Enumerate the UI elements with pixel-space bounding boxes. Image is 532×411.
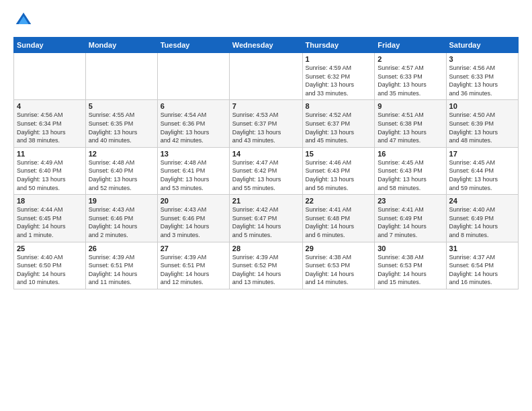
day-info: Sunrise: 4:59 AMSunset: 6:32 PMDaylight:… (306, 64, 372, 97)
day-cell: 17Sunrise: 4:45 AMSunset: 6:44 PMDayligh… (446, 147, 518, 194)
day-cell: 22Sunrise: 4:41 AMSunset: 6:48 PMDayligh… (302, 195, 375, 242)
day-cell: 18Sunrise: 4:44 AMSunset: 6:45 PMDayligh… (14, 195, 86, 242)
header (13, 10, 519, 30)
day-cell: 27Sunrise: 4:39 AMSunset: 6:51 PMDayligh… (157, 242, 229, 289)
day-info: Sunrise: 4:51 AMSunset: 6:38 PMDaylight:… (378, 111, 443, 144)
day-info: Sunrise: 4:38 AMSunset: 6:53 PMDaylight:… (378, 253, 443, 287)
day-number: 26 (89, 244, 154, 253)
day-info: Sunrise: 4:45 AMSunset: 6:44 PMDaylight:… (449, 158, 515, 192)
day-cell: 9Sunrise: 4:51 AMSunset: 6:38 PMDaylight… (375, 100, 446, 147)
day-number: 14 (232, 150, 300, 158)
day-cell: 11Sunrise: 4:49 AMSunset: 6:40 PMDayligh… (14, 147, 86, 194)
day-cell: 28Sunrise: 4:39 AMSunset: 6:52 PMDayligh… (229, 242, 302, 289)
header-day-saturday: Saturday (446, 38, 518, 53)
header-row: SundayMondayTuesdayWednesdayThursdayFrid… (14, 38, 519, 53)
day-info: Sunrise: 4:47 AMSunset: 6:42 PMDaylight:… (232, 158, 300, 192)
day-cell: 29Sunrise: 4:38 AMSunset: 6:53 PMDayligh… (302, 242, 375, 289)
logo (13, 10, 36, 30)
calendar-table: SundayMondayTuesdayWednesdayThursdayFrid… (13, 37, 519, 289)
day-info: Sunrise: 4:45 AMSunset: 6:43 PMDaylight:… (378, 158, 443, 192)
day-number: 1 (306, 55, 372, 63)
calendar-header: SundayMondayTuesdayWednesdayThursdayFrid… (14, 38, 519, 53)
day-cell: 25Sunrise: 4:40 AMSunset: 6:50 PMDayligh… (14, 242, 86, 289)
day-number: 15 (306, 150, 372, 158)
day-info: Sunrise: 4:38 AMSunset: 6:53 PMDaylight:… (306, 253, 372, 287)
day-number: 5 (89, 102, 154, 110)
day-cell: 3Sunrise: 4:56 AMSunset: 6:33 PMDaylight… (446, 53, 518, 100)
day-cell: 6Sunrise: 4:54 AMSunset: 6:36 PMDaylight… (157, 100, 229, 147)
day-number: 31 (449, 244, 515, 253)
day-info: Sunrise: 4:42 AMSunset: 6:47 PMDaylight:… (232, 205, 300, 239)
day-cell: 26Sunrise: 4:39 AMSunset: 6:51 PMDayligh… (85, 242, 157, 289)
day-cell: 14Sunrise: 4:47 AMSunset: 6:42 PMDayligh… (229, 147, 302, 194)
day-cell: 4Sunrise: 4:56 AMSunset: 6:34 PMDaylight… (14, 100, 86, 147)
day-cell: 12Sunrise: 4:48 AMSunset: 6:40 PMDayligh… (85, 147, 157, 194)
day-number: 30 (378, 244, 443, 253)
week-row-4: 18Sunrise: 4:44 AMSunset: 6:45 PMDayligh… (14, 195, 519, 242)
day-number: 16 (378, 150, 443, 158)
day-info: Sunrise: 4:48 AMSunset: 6:41 PMDaylight:… (161, 158, 226, 192)
day-number: 27 (161, 244, 226, 253)
day-info: Sunrise: 4:39 AMSunset: 6:52 PMDaylight:… (232, 253, 300, 287)
day-number: 10 (449, 102, 515, 110)
day-cell: 23Sunrise: 4:41 AMSunset: 6:49 PMDayligh… (375, 195, 446, 242)
day-info: Sunrise: 4:52 AMSunset: 6:37 PMDaylight:… (306, 111, 372, 144)
day-info: Sunrise: 4:46 AMSunset: 6:43 PMDaylight:… (306, 158, 372, 192)
logo-icon (13, 10, 34, 30)
day-info: Sunrise: 4:50 AMSunset: 6:39 PMDaylight:… (449, 111, 515, 144)
day-cell: 24Sunrise: 4:40 AMSunset: 6:49 PMDayligh… (446, 195, 518, 242)
day-number: 13 (161, 150, 226, 158)
day-number: 21 (232, 197, 300, 205)
header-day-friday: Friday (375, 38, 446, 53)
day-cell: 7Sunrise: 4:53 AMSunset: 6:37 PMDaylight… (229, 100, 302, 147)
day-info: Sunrise: 4:56 AMSunset: 6:34 PMDaylight:… (17, 111, 83, 144)
header-day-tuesday: Tuesday (157, 38, 229, 53)
day-number: 29 (306, 244, 372, 253)
day-cell (229, 53, 302, 100)
day-number: 24 (449, 197, 515, 205)
day-cell: 13Sunrise: 4:48 AMSunset: 6:41 PMDayligh… (157, 147, 229, 194)
day-cell: 8Sunrise: 4:52 AMSunset: 6:37 PMDaylight… (302, 100, 375, 147)
day-info: Sunrise: 4:55 AMSunset: 6:35 PMDaylight:… (89, 111, 154, 144)
day-info: Sunrise: 4:39 AMSunset: 6:51 PMDaylight:… (89, 253, 154, 287)
day-number: 6 (161, 102, 226, 110)
day-cell: 31Sunrise: 4:37 AMSunset: 6:54 PMDayligh… (446, 242, 518, 289)
day-info: Sunrise: 4:43 AMSunset: 6:46 PMDaylight:… (89, 205, 154, 239)
day-info: Sunrise: 4:44 AMSunset: 6:45 PMDaylight:… (17, 205, 83, 239)
day-cell (157, 53, 229, 100)
week-row-5: 25Sunrise: 4:40 AMSunset: 6:50 PMDayligh… (14, 242, 519, 289)
day-number: 19 (89, 197, 154, 205)
day-cell: 16Sunrise: 4:45 AMSunset: 6:43 PMDayligh… (375, 147, 446, 194)
day-info: Sunrise: 4:37 AMSunset: 6:54 PMDaylight:… (449, 253, 515, 287)
day-info: Sunrise: 4:40 AMSunset: 6:50 PMDaylight:… (17, 253, 83, 287)
day-info: Sunrise: 4:39 AMSunset: 6:51 PMDaylight:… (161, 253, 226, 287)
day-info: Sunrise: 4:57 AMSunset: 6:33 PMDaylight:… (378, 64, 443, 97)
day-cell: 5Sunrise: 4:55 AMSunset: 6:35 PMDaylight… (85, 100, 157, 147)
page: SundayMondayTuesdayWednesdayThursdayFrid… (0, 0, 532, 411)
day-info: Sunrise: 4:49 AMSunset: 6:40 PMDaylight:… (17, 158, 83, 192)
day-number: 7 (232, 102, 300, 110)
day-number: 9 (378, 102, 443, 110)
day-number: 28 (232, 244, 300, 253)
day-cell (85, 53, 157, 100)
week-row-2: 4Sunrise: 4:56 AMSunset: 6:34 PMDaylight… (14, 100, 519, 147)
day-cell: 2Sunrise: 4:57 AMSunset: 6:33 PMDaylight… (375, 53, 446, 100)
calendar-body: 1Sunrise: 4:59 AMSunset: 6:32 PMDaylight… (14, 53, 519, 289)
day-number: 12 (89, 150, 154, 158)
day-number: 22 (306, 197, 372, 205)
header-day-monday: Monday (85, 38, 157, 53)
day-number: 11 (17, 150, 83, 158)
header-day-wednesday: Wednesday (229, 38, 302, 53)
day-info: Sunrise: 4:41 AMSunset: 6:48 PMDaylight:… (306, 205, 372, 239)
day-number: 4 (17, 102, 83, 110)
day-number: 20 (161, 197, 226, 205)
day-info: Sunrise: 4:53 AMSunset: 6:37 PMDaylight:… (232, 111, 300, 144)
day-number: 18 (17, 197, 83, 205)
day-number: 3 (449, 55, 515, 63)
day-number: 23 (378, 197, 443, 205)
week-row-3: 11Sunrise: 4:49 AMSunset: 6:40 PMDayligh… (14, 147, 519, 194)
day-info: Sunrise: 4:48 AMSunset: 6:40 PMDaylight:… (89, 158, 154, 192)
day-cell: 15Sunrise: 4:46 AMSunset: 6:43 PMDayligh… (302, 147, 375, 194)
day-cell (14, 53, 86, 100)
day-cell: 21Sunrise: 4:42 AMSunset: 6:47 PMDayligh… (229, 195, 302, 242)
